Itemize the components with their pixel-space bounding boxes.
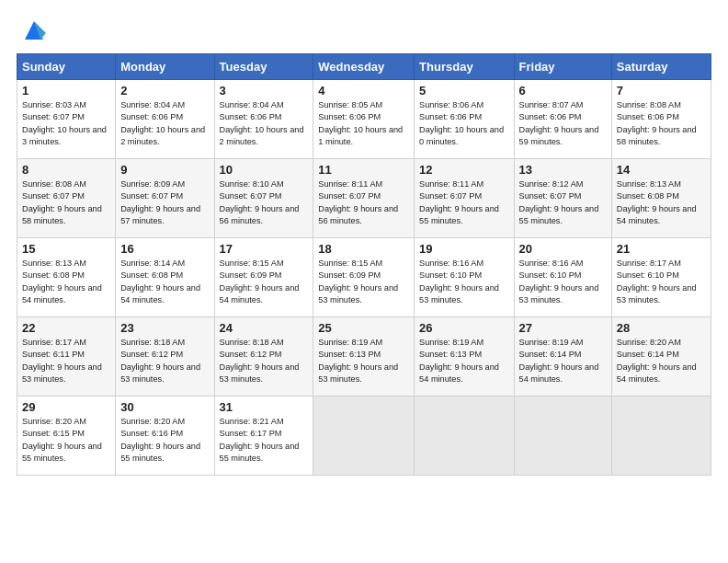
day-number: 23: [120, 321, 209, 335]
calendar-cell: 29Sunrise: 8:20 AMSunset: 6:15 PMDayligh…: [17, 396, 116, 476]
day-number: 30: [120, 400, 209, 414]
calendar-cell: [514, 396, 611, 476]
calendar-cell: 25Sunrise: 8:19 AMSunset: 6:13 PMDayligh…: [313, 317, 415, 396]
calendar-cell: 30Sunrise: 8:20 AMSunset: 6:16 PMDayligh…: [116, 396, 214, 476]
calendar-cell: 1Sunrise: 8:03 AMSunset: 6:07 PMDaylight…: [17, 80, 116, 159]
page: SundayMondayTuesdayWednesdayThursdayFrid…: [0, 0, 728, 563]
calendar-cell: 10Sunrise: 8:10 AMSunset: 6:07 PMDayligh…: [214, 159, 313, 238]
weekday-header-wednesday: Wednesday: [313, 54, 415, 80]
day-number: 12: [419, 163, 508, 177]
day-info: Sunrise: 8:16 AMSunset: 6:10 PMDaylight:…: [419, 259, 499, 304]
calendar-cell: 2Sunrise: 8:04 AMSunset: 6:06 PMDaylight…: [116, 80, 214, 159]
day-info: Sunrise: 8:07 AMSunset: 6:06 PMDaylight:…: [519, 100, 599, 146]
day-number: 7: [617, 84, 706, 98]
day-info: Sunrise: 8:19 AMSunset: 6:14 PMDaylight:…: [519, 338, 599, 384]
day-number: 6: [519, 84, 607, 98]
day-info: Sunrise: 8:09 AMSunset: 6:07 PMDaylight:…: [120, 179, 200, 225]
day-info: Sunrise: 8:19 AMSunset: 6:13 PMDaylight:…: [318, 338, 398, 384]
calendar-cell: 9Sunrise: 8:09 AMSunset: 6:07 PMDaylight…: [116, 159, 214, 238]
day-info: Sunrise: 8:11 AMSunset: 6:07 PMDaylight:…: [419, 179, 499, 225]
weekday-header-sunday: Sunday: [17, 54, 116, 80]
calendar-week-1: 1Sunrise: 8:03 AMSunset: 6:07 PMDaylight…: [17, 80, 711, 159]
day-info: Sunrise: 8:12 AMSunset: 6:07 PMDaylight:…: [519, 179, 599, 225]
day-info: Sunrise: 8:08 AMSunset: 6:07 PMDaylight:…: [22, 179, 102, 225]
calendar-table: SundayMondayTuesdayWednesdayThursdayFrid…: [17, 53, 711, 476]
calendar-cell: 28Sunrise: 8:20 AMSunset: 6:14 PMDayligh…: [611, 317, 711, 396]
day-info: Sunrise: 8:05 AMSunset: 6:06 PMDaylight:…: [318, 100, 403, 146]
calendar-cell: 18Sunrise: 8:15 AMSunset: 6:09 PMDayligh…: [313, 238, 415, 317]
calendar-cell: [313, 396, 415, 476]
calendar-cell: 24Sunrise: 8:18 AMSunset: 6:12 PMDayligh…: [214, 317, 313, 396]
calendar-header-row: SundayMondayTuesdayWednesdayThursdayFrid…: [17, 54, 711, 80]
calendar-cell: 16Sunrise: 8:14 AMSunset: 6:08 PMDayligh…: [116, 238, 214, 317]
day-number: 21: [617, 242, 706, 256]
day-info: Sunrise: 8:10 AMSunset: 6:07 PMDaylight:…: [220, 179, 300, 225]
day-number: 17: [220, 242, 309, 256]
calendar-cell: 13Sunrise: 8:12 AMSunset: 6:07 PMDayligh…: [514, 159, 611, 238]
calendar-cell: 5Sunrise: 8:06 AMSunset: 6:06 PMDaylight…: [415, 80, 514, 159]
day-number: 1: [22, 84, 110, 98]
day-number: 22: [22, 321, 110, 335]
day-number: 14: [617, 163, 706, 177]
day-number: 31: [220, 400, 309, 414]
day-info: Sunrise: 8:04 AMSunset: 6:06 PMDaylight:…: [220, 100, 304, 146]
day-number: 3: [220, 84, 309, 98]
day-info: Sunrise: 8:19 AMSunset: 6:13 PMDaylight:…: [419, 338, 499, 384]
day-number: 2: [120, 84, 209, 98]
day-info: Sunrise: 8:18 AMSunset: 6:12 PMDaylight:…: [120, 338, 200, 384]
calendar-cell: 15Sunrise: 8:13 AMSunset: 6:08 PMDayligh…: [17, 238, 116, 317]
calendar-cell: 19Sunrise: 8:16 AMSunset: 6:10 PMDayligh…: [415, 238, 514, 317]
calendar-cell: 7Sunrise: 8:08 AMSunset: 6:06 PMDaylight…: [611, 80, 711, 159]
day-number: 4: [318, 84, 409, 98]
calendar-cell: 26Sunrise: 8:19 AMSunset: 6:13 PMDayligh…: [415, 317, 514, 396]
day-number: 5: [419, 84, 508, 98]
day-number: 8: [22, 163, 110, 177]
logo-icon: [20, 17, 48, 44]
day-number: 27: [519, 321, 607, 335]
day-number: 24: [220, 321, 309, 335]
calendar-cell: 14Sunrise: 8:13 AMSunset: 6:08 PMDayligh…: [611, 159, 711, 238]
weekday-header-friday: Friday: [514, 54, 611, 80]
day-number: 29: [22, 400, 110, 414]
day-info: Sunrise: 8:20 AMSunset: 6:15 PMDaylight:…: [22, 417, 102, 463]
day-info: Sunrise: 8:04 AMSunset: 6:06 PMDaylight:…: [120, 100, 205, 146]
day-number: 11: [318, 163, 409, 177]
calendar-cell: 23Sunrise: 8:18 AMSunset: 6:12 PMDayligh…: [116, 317, 214, 396]
day-info: Sunrise: 8:15 AMSunset: 6:09 PMDaylight:…: [220, 259, 300, 304]
day-info: Sunrise: 8:17 AMSunset: 6:11 PMDaylight:…: [22, 338, 102, 384]
day-number: 16: [120, 242, 209, 256]
calendar-cell: 17Sunrise: 8:15 AMSunset: 6:09 PMDayligh…: [214, 238, 313, 317]
header: [17, 17, 711, 44]
day-number: 9: [120, 163, 209, 177]
day-info: Sunrise: 8:08 AMSunset: 6:06 PMDaylight:…: [617, 100, 697, 146]
calendar-week-2: 8Sunrise: 8:08 AMSunset: 6:07 PMDaylight…: [17, 159, 711, 238]
logo: [17, 17, 48, 44]
day-number: 26: [419, 321, 508, 335]
day-info: Sunrise: 8:17 AMSunset: 6:10 PMDaylight:…: [617, 259, 697, 304]
calendar-cell: 8Sunrise: 8:08 AMSunset: 6:07 PMDaylight…: [17, 159, 116, 238]
weekday-header-saturday: Saturday: [611, 54, 711, 80]
calendar-cell: 12Sunrise: 8:11 AMSunset: 6:07 PMDayligh…: [415, 159, 514, 238]
day-info: Sunrise: 8:13 AMSunset: 6:08 PMDaylight:…: [22, 259, 102, 304]
day-info: Sunrise: 8:18 AMSunset: 6:12 PMDaylight:…: [220, 338, 300, 384]
day-info: Sunrise: 8:20 AMSunset: 6:16 PMDaylight:…: [120, 417, 200, 463]
day-number: 15: [22, 242, 110, 256]
calendar-cell: 22Sunrise: 8:17 AMSunset: 6:11 PMDayligh…: [17, 317, 116, 396]
calendar-cell: 21Sunrise: 8:17 AMSunset: 6:10 PMDayligh…: [611, 238, 711, 317]
day-info: Sunrise: 8:06 AMSunset: 6:06 PMDaylight:…: [419, 100, 504, 146]
calendar-cell: [415, 396, 514, 476]
weekday-header-thursday: Thursday: [415, 54, 514, 80]
day-number: 25: [318, 321, 409, 335]
day-number: 28: [617, 321, 706, 335]
calendar-cell: 3Sunrise: 8:04 AMSunset: 6:06 PMDaylight…: [214, 80, 313, 159]
day-info: Sunrise: 8:16 AMSunset: 6:10 PMDaylight:…: [519, 259, 599, 304]
day-info: Sunrise: 8:20 AMSunset: 6:14 PMDaylight:…: [617, 338, 697, 384]
calendar-cell: 31Sunrise: 8:21 AMSunset: 6:17 PMDayligh…: [214, 396, 313, 476]
day-info: Sunrise: 8:21 AMSunset: 6:17 PMDaylight:…: [220, 417, 300, 463]
calendar-cell: 6Sunrise: 8:07 AMSunset: 6:06 PMDaylight…: [514, 80, 611, 159]
calendar-cell: 27Sunrise: 8:19 AMSunset: 6:14 PMDayligh…: [514, 317, 611, 396]
day-number: 13: [519, 163, 607, 177]
day-number: 18: [318, 242, 409, 256]
day-info: Sunrise: 8:11 AMSunset: 6:07 PMDaylight:…: [318, 179, 398, 225]
day-number: 20: [519, 242, 607, 256]
